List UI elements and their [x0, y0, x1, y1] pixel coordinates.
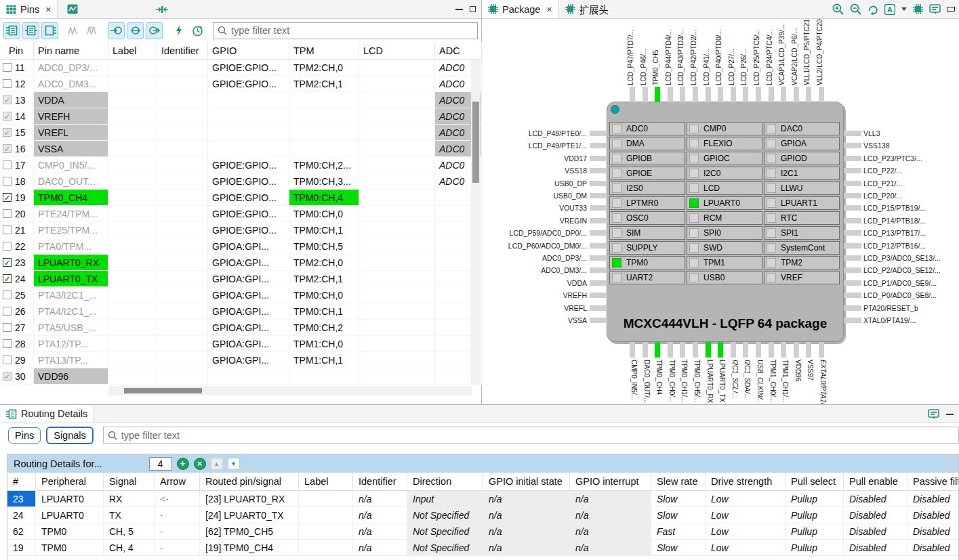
tpm-cell[interactable]: TPM0:CH,0 [289, 206, 359, 222]
routing-routed-cell[interactable]: [23] LPUART0_RX [200, 491, 299, 507]
label-cell[interactable] [108, 157, 157, 173]
routing-column-header-signal[interactable]: Signal [104, 473, 155, 490]
peripheral-box-usb0[interactable]: USB0 [687, 271, 762, 284]
routing-direction-cell[interactable]: Not Specified [407, 523, 483, 540]
identifier-cell[interactable] [157, 287, 208, 303]
gpio-cell[interactable] [208, 368, 289, 385]
routing-signal-cell[interactable]: TX [104, 507, 155, 523]
routing-num-cell[interactable]: 19 [7, 540, 36, 556]
pin-name-cell[interactable]: LPUART0_TX [34, 271, 108, 287]
column-header-label[interactable]: Label [108, 42, 157, 59]
pin-checkbox[interactable] [3, 242, 12, 251]
routing-passive-filter-cell[interactable]: Disabled [907, 491, 959, 507]
down-icon[interactable]: ▼ [228, 458, 240, 470]
comment-icon[interactable] [928, 409, 939, 419]
gpio-cell[interactable]: GPIOE:GPIO... [208, 173, 289, 190]
lcd-cell[interactable] [359, 222, 435, 238]
pin-checkbox[interactable] [3, 339, 12, 348]
peripheral-box-dma[interactable]: DMA [609, 137, 685, 150]
label-cell[interactable] [108, 76, 157, 92]
tpm-cell[interactable]: TPM2:CH,0 [289, 60, 359, 76]
tpm-cell[interactable]: TPM0:CH,1 [289, 222, 359, 238]
pin-checkbox[interactable]: ✓ [3, 144, 12, 153]
peripheral-box-rtc[interactable]: RTC [764, 211, 840, 225]
lcd-cell[interactable] [359, 255, 435, 271]
peripheral-box-supply[interactable]: SUPPLY [609, 241, 685, 255]
package-pin[interactable] [706, 342, 711, 358]
tpm-cell[interactable]: TPM1:CH,1 [289, 352, 359, 368]
table-row[interactable]: 27PTA5/USB_...GPIOA:GPI...TPM0:CH,2 [0, 320, 482, 336]
peripheral-box-lptmr0[interactable]: LPTMR0 [609, 196, 685, 210]
routing-arrow-cell[interactable]: - [155, 540, 200, 556]
package-pin[interactable] [844, 131, 861, 136]
pin-checkbox[interactable]: ✓ [3, 372, 12, 381]
column-header-pin[interactable]: Pin [0, 42, 34, 59]
routing-column-header-label[interactable]: Label [299, 473, 353, 490]
table-row[interactable]: ✓30VDD96 [0, 368, 482, 385]
package-pin[interactable] [590, 143, 607, 148]
pin-checkbox[interactable] [3, 290, 12, 299]
gpio-cell[interactable]: GPIOE:GPIO... [208, 190, 289, 206]
identifier-cell[interactable] [157, 352, 208, 368]
identifier-cell[interactable] [157, 125, 208, 141]
tpm-cell[interactable]: TPM0:CH,3... [289, 173, 359, 190]
pin-checkbox[interactable]: ✓ [3, 274, 12, 283]
package-pin[interactable] [756, 342, 761, 358]
package-pin[interactable] [844, 156, 861, 161]
package-pin[interactable] [590, 181, 607, 186]
lcd-cell[interactable] [359, 108, 435, 125]
routing-arrow-cell[interactable]: - [155, 523, 200, 540]
package-pin[interactable] [590, 305, 607, 311]
column-header-lcd[interactable]: LCD [359, 42, 435, 59]
routing-num-cell[interactable]: 23 [7, 491, 36, 507]
pin-name-cell[interactable]: PTA13/TP... [34, 352, 108, 368]
package-pin[interactable] [590, 267, 607, 273]
gpio-cell[interactable]: GPIOA:GPI... [208, 352, 289, 368]
package-pin[interactable] [706, 87, 711, 102]
package-pin[interactable] [844, 205, 861, 211]
peripheral-box-gpioe[interactable]: GPIOE [609, 167, 685, 180]
peripheral-box-i2c1[interactable]: I2C1 [764, 167, 840, 180]
tpm-cell[interactable] [289, 125, 359, 141]
gpio-cell[interactable]: GPIOA:GPI... [208, 238, 289, 255]
label-cell[interactable] [108, 108, 157, 125]
table-row[interactable]: 20PTE24/TPM...GPIOE:GPIO...TPM0:CH,0 [0, 206, 482, 222]
peripheral-box-gpiod[interactable]: GPIOD [764, 152, 840, 165]
package-pin[interactable] [590, 218, 607, 223]
routing-pull-enable-cell[interactable]: Disabled [844, 507, 907, 523]
up-icon[interactable]: ▲ [211, 458, 223, 470]
routing-passive-filter-cell[interactable]: Disabled [907, 507, 959, 523]
pin-name-cell[interactable]: PTA12/TP... [34, 336, 108, 352]
table-row[interactable]: 29PTA13/TP...GPIOA:GPI...TPM1:CH,1 [0, 352, 482, 368]
table-row[interactable]: ✓13VDDAADC0 [0, 92, 482, 108]
peripheral-box-gpioa[interactable]: GPIOA [764, 137, 840, 150]
routing-peripheral-cell[interactable]: LPUART0 [36, 491, 104, 507]
routing-gpio-interrupt-cell[interactable]: n/a [570, 540, 651, 556]
lcd-cell[interactable] [359, 206, 435, 222]
package-pin[interactable] [743, 87, 748, 102]
routing-pull-enable-cell[interactable]: Disabled [844, 491, 907, 507]
chip-icon[interactable] [913, 4, 923, 14]
routing-row[interactable]: 24LPUART0TX-[24] LPUART0_TXn/aNot Specif… [7, 507, 958, 523]
gpio-cell[interactable]: GPIOA:GPI... [208, 255, 289, 271]
routing-label-cell[interactable] [299, 523, 353, 540]
routing-gpio-initial-cell[interactable]: n/a [483, 523, 570, 540]
pin-name-cell[interactable]: ADC0_DM3... [34, 76, 108, 92]
lcd-cell[interactable] [359, 303, 435, 320]
pin-checkbox[interactable] [3, 177, 12, 186]
lcd-cell[interactable] [359, 60, 435, 76]
column-header-identifier[interactable]: Identifier [157, 42, 208, 59]
routing-routed-cell[interactable]: [24] LPUART0_TX [200, 507, 299, 523]
package-pin[interactable] [731, 342, 736, 358]
identifier-cell[interactable] [157, 141, 208, 157]
routing-filter-input[interactable] [121, 430, 954, 441]
routing-direction-cell[interactable]: Input [407, 491, 483, 507]
identifier-cell[interactable] [157, 271, 208, 287]
table-row[interactable]: 21PTE25/TPM...GPIOE:GPIO...TPM0:CH,1 [0, 222, 482, 238]
peripheral-box-gpioc[interactable]: GPIOC [687, 152, 762, 165]
add-icon[interactable]: + [177, 458, 189, 470]
table-row[interactable]: 12ADC0_DM3...GPIOE:GPIO...TPM2:CH,1ADC0 [0, 76, 482, 92]
lcd-cell[interactable] [359, 320, 435, 336]
label-style-icon[interactable]: A [884, 4, 895, 15]
routing-column-header-peripheral[interactable]: Peripheral [36, 473, 104, 490]
